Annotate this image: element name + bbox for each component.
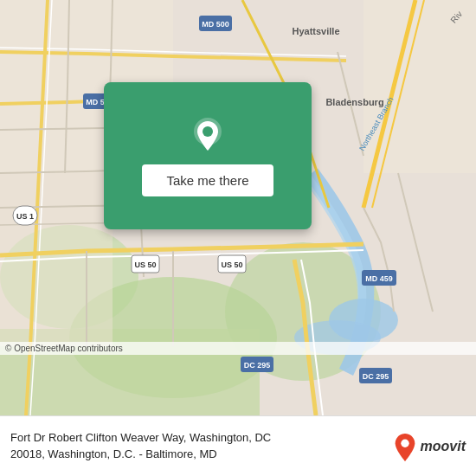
- address-block: Fort Dr Robert Clifton Weaver Way, Washi…: [10, 430, 384, 461]
- copyright-bar: © OpenStreetMap contributors: [0, 342, 476, 355]
- svg-text:US 50: US 50: [221, 261, 242, 269]
- moovit-logo: moovit: [393, 432, 466, 461]
- svg-point-31: [203, 126, 213, 137]
- svg-text:DC 295: DC 295: [363, 372, 389, 381]
- svg-text:MD 459: MD 459: [365, 274, 393, 283]
- svg-text:MD 500: MD 500: [202, 20, 229, 29]
- map-container: MD 500 MD 500 Hyattsville Bladensburg Ri…: [0, 0, 476, 415]
- svg-text:Hyattsville: Hyattsville: [292, 26, 339, 36]
- svg-text:US 1: US 1: [16, 212, 34, 221]
- moovit-label: moovit: [421, 439, 466, 454]
- svg-text:DC 295: DC 295: [244, 361, 271, 370]
- svg-text:Bladensburg: Bladensburg: [325, 97, 383, 107]
- address-line1: Fort Dr Robert Clifton Weaver Way, Washi…: [10, 430, 384, 446]
- svg-rect-8: [0, 173, 113, 346]
- location-card: Take me there: [104, 82, 312, 229]
- address-line2: 20018, Washington, D.C. - Baltimore, MD: [10, 447, 384, 462]
- location-pin-icon: [189, 116, 227, 154]
- moovit-pin-icon: [393, 432, 417, 461]
- take-me-there-button[interactable]: Take me there: [142, 164, 273, 196]
- copyright-text: © OpenStreetMap contributors: [5, 344, 123, 353]
- bottom-info-bar: Fort Dr Robert Clifton Weaver Way, Washi…: [0, 415, 476, 476]
- svg-point-32: [401, 439, 408, 447]
- svg-text:US 50: US 50: [134, 261, 156, 269]
